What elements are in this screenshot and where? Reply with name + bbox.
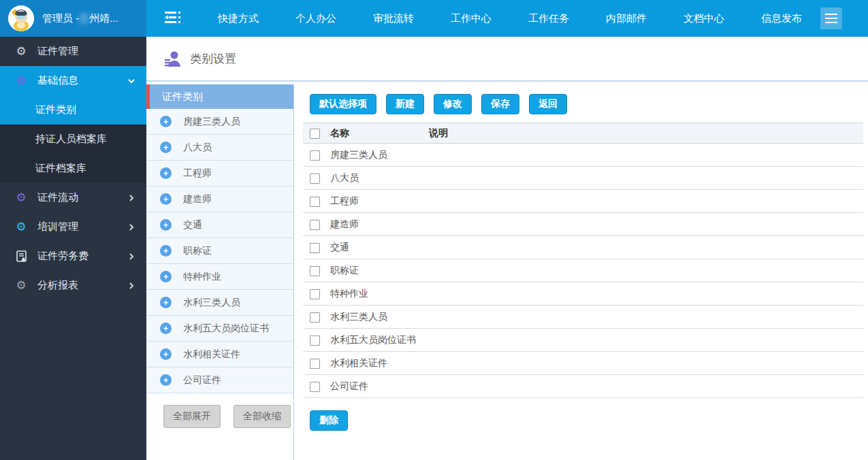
table-row: 水利三类人员	[303, 306, 863, 329]
expand-plus-icon[interactable]: +	[160, 193, 172, 205]
expand-plus-icon[interactable]: +	[160, 297, 172, 308]
cell-description	[429, 259, 863, 282]
cell-name: 职称证	[330, 259, 429, 282]
nav-item-personal-office[interactable]: 个人办公	[277, 12, 355, 25]
gear-icon: ⚙	[14, 192, 29, 203]
cell-name: 建造师	[330, 213, 429, 236]
tree-node-label: 工程师	[183, 167, 212, 180]
tree-node[interactable]: + 公司证件	[146, 367, 293, 393]
cell-name: 八大员	[330, 167, 429, 190]
nav-item-approval-flow[interactable]: 审批流转	[355, 12, 432, 25]
row-checkbox[interactable]	[310, 220, 320, 230]
avatar[interactable]	[8, 5, 34, 31]
menu-toggle-button[interactable]	[820, 7, 842, 29]
cell-description	[429, 329, 863, 352]
row-checkbox[interactable]	[310, 266, 320, 276]
tree-node[interactable]: + 职称证	[146, 238, 293, 264]
nav-item-document-center[interactable]: 文档中心	[665, 12, 743, 25]
category-settings-icon	[163, 50, 181, 67]
tree-node-label: 交通	[183, 219, 202, 231]
cell-description	[429, 190, 863, 213]
tree-node-label: 公司证件	[183, 374, 221, 387]
sidebar-collapse-icon[interactable]	[161, 10, 184, 27]
expand-plus-icon[interactable]: +	[160, 142, 172, 153]
row-checkbox[interactable]	[310, 174, 320, 184]
row-checkbox[interactable]	[310, 243, 320, 253]
tree-node[interactable]: + 水利相关证件	[146, 342, 293, 367]
chevron-down-icon	[127, 77, 135, 85]
collapse-all-button[interactable]: 全部收缩	[234, 405, 291, 428]
return-button[interactable]: 返回	[529, 94, 567, 114]
tree-node[interactable]: + 水利五大员岗位证书	[146, 316, 293, 342]
tree-node-label: 职称证	[183, 245, 212, 257]
sidebar-item-label: 证件管理	[37, 45, 78, 58]
cell-description	[429, 213, 863, 236]
row-checkbox[interactable]	[310, 335, 320, 346]
table-footer: 删除	[310, 410, 863, 431]
chevron-right-icon	[127, 223, 135, 231]
row-checkbox[interactable]	[310, 312, 320, 323]
sidebar-item-certificate-category[interactable]: 证件类别	[0, 95, 146, 125]
row-checkbox[interactable]	[310, 382, 320, 392]
expand-plus-icon[interactable]: +	[160, 271, 172, 282]
sidebar-item-holder-archive[interactable]: 持证人员档案库	[0, 125, 146, 154]
tree-node-label: 八大员	[183, 142, 212, 154]
sidebar-item-certificate-flow[interactable]: ⚙ 证件流动	[0, 183, 146, 212]
nav-item-work-center[interactable]: 工作中心	[432, 12, 510, 25]
tree-node[interactable]: + 建造师	[146, 186, 293, 212]
sidebar-item-basic-info[interactable]: ⚙ 基础信息	[0, 66, 146, 95]
gear-icon: ⚙	[14, 221, 29, 233]
expand-plus-icon[interactable]: +	[160, 348, 172, 360]
cell-description	[429, 352, 863, 375]
sidebar-item-label: 基础信息	[37, 74, 78, 87]
modify-button[interactable]: 修改	[434, 94, 472, 114]
sidebar-item-certificate-management[interactable]: ⚙ 证件管理	[0, 37, 146, 66]
sidebar-item-certificate-archive[interactable]: 证件档案库	[0, 154, 146, 183]
tree-node[interactable]: + 水利三类人员	[146, 290, 293, 316]
gear-icon: ⚙	[14, 280, 29, 291]
expand-plus-icon[interactable]: +	[160, 323, 172, 334]
expand-plus-icon[interactable]: +	[160, 219, 172, 231]
nav-item-work-tasks[interactable]: 工作任务	[510, 12, 588, 25]
user-label[interactable]: 管理员 -贵州靖...	[42, 12, 118, 25]
row-checkbox[interactable]	[310, 197, 320, 207]
tree-node[interactable]: + 八大员	[146, 135, 293, 161]
tree-node[interactable]: + 房建三类人员	[146, 109, 293, 135]
sidebar-item-training-management[interactable]: ⚙ 培训管理	[0, 212, 146, 242]
delete-button[interactable]: 删除	[310, 410, 348, 431]
nav-item-shortcuts[interactable]: 快捷方式	[199, 12, 277, 25]
gear-icon: ⚙	[14, 75, 29, 86]
sidebar: ⚙ 证件管理 ⚙ 基础信息 证件类别 持证人员档案库 证件档案库 ⚙ 证件流动	[0, 37, 146, 460]
row-checkbox[interactable]	[310, 289, 320, 299]
expand-plus-icon[interactable]: +	[160, 167, 172, 179]
category-tree-panel: 证件类别 + 房建三类人员 + 八大员 + 工程师 + 建造师	[146, 84, 294, 460]
nav-item-info-publish[interactable]: 信息发布	[743, 12, 820, 25]
row-checkbox[interactable]	[310, 150, 320, 161]
expand-all-button[interactable]: 全部展开	[163, 405, 221, 428]
expand-plus-icon[interactable]: +	[160, 116, 172, 127]
cell-description	[429, 144, 863, 167]
expand-plus-icon[interactable]: +	[160, 374, 172, 386]
tree-node[interactable]: + 工程师	[146, 161, 293, 186]
tree-node[interactable]: + 特种作业	[146, 264, 293, 290]
new-button[interactable]: 新建	[386, 94, 424, 114]
sidebar-item-analysis-reports[interactable]: ⚙ 分析报表	[0, 271, 146, 300]
content: 证件类别 + 房建三类人员 + 八大员 + 工程师 + 建造师	[146, 82, 868, 460]
tree-root-node[interactable]: 证件类别	[146, 84, 293, 109]
sidebar-item-label: 持证人员档案库	[35, 133, 107, 146]
select-all-checkbox[interactable]	[310, 129, 320, 139]
default-selection-button[interactable]: 默认选择项	[310, 94, 376, 114]
cell-description	[429, 236, 863, 259]
table-row: 工程师	[303, 190, 863, 213]
row-checkbox[interactable]	[310, 359, 320, 369]
nav-item-internal-mail[interactable]: 内部邮件	[588, 12, 665, 25]
save-button[interactable]: 保存	[481, 94, 519, 114]
sidebar-item-certificate-labor-fee[interactable]: 证件劳务费	[0, 242, 146, 271]
sidebar-item-label: 证件流动	[37, 191, 78, 204]
column-header-description: 说明	[429, 123, 863, 144]
table-row: 公司证件	[303, 375, 863, 398]
user-label-prefix: 管理员 -	[42, 12, 79, 24]
expand-plus-icon[interactable]: +	[160, 245, 172, 257]
tree-node[interactable]: + 交通	[146, 212, 293, 238]
tree-node-label: 建造师	[183, 193, 212, 206]
